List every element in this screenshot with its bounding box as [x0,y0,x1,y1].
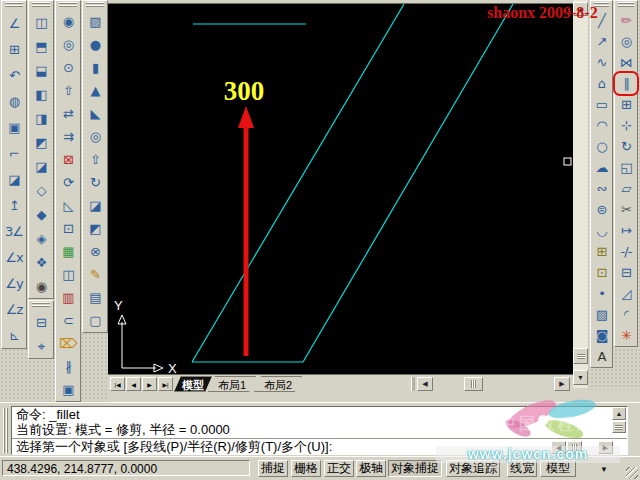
tab-nav-button-2[interactable]: ▶ [142,377,157,391]
apply-ucs-button[interactable]: ⊾ [2,322,26,348]
interfere-button[interactable]: ⊗ [83,240,107,263]
point-button[interactable]: • [591,283,612,304]
extend-button[interactable]: ↦ [615,220,637,241]
taper-faces-button[interactable]: ◺ [56,194,80,217]
rotate-faces-button[interactable]: ⟳ [56,171,80,194]
face-ucs-button[interactable]: ◪ [2,166,26,192]
toolbar-grab-handle[interactable] [29,301,53,310]
hatch-button[interactable]: ▨ [591,304,612,325]
command-window-grip[interactable] [3,408,8,453]
object-ucs-button[interactable]: ▣ [2,114,26,140]
toolbar-grab-handle[interactable] [56,1,80,10]
command-hscroll-left-button[interactable]: ◀ [551,441,566,454]
separate-button[interactable]: ∦ [56,355,80,378]
tab-布局1[interactable]: 布局1 [208,376,256,392]
ucs-previous-button[interactable]: ↶ [2,62,26,88]
camera-button[interactable]: ◉ [29,274,53,298]
multiline-text-button[interactable]: A [591,346,612,367]
intersect-button[interactable]: ⊙ [56,56,80,79]
color-faces-button[interactable]: ▦ [56,240,80,263]
se-isometric-view-button[interactable]: ◆ [29,202,53,226]
command-hscroll-thumb[interactable] [567,441,582,454]
hscroll-right-button[interactable]: ▶ [554,377,570,391]
origin-ucs-button[interactable]: ⌐ [2,140,26,166]
rotate-button[interactable]: ↻ [615,136,637,157]
rectangle-button[interactable]: ▭ [591,94,612,115]
trim-button[interactable]: ✂ [615,199,637,220]
setup-view-button[interactable]: ▢ [83,309,107,332]
offset-button[interactable]: ∥ [615,73,637,94]
copy-edges-button[interactable]: ◫ [56,263,80,286]
break-at-point-button[interactable]: -/- [615,241,637,262]
ucs-button[interactable]: ∠ [2,10,26,36]
setup-drawing-button[interactable]: ✎ [83,263,107,286]
status-toggle-对象捕捉[interactable]: 对象捕捉 [388,460,442,477]
status-toggle-捕捉[interactable]: 捕捉 [258,460,288,477]
arc-button[interactable]: ◠ [591,115,612,136]
circle-button[interactable]: ○ [591,136,612,157]
horizontal-scroll-thumb[interactable] [464,377,483,391]
status-menu-arrow-icon[interactable]: ▼ [600,465,608,474]
left-view-button[interactable]: ◧ [29,82,53,106]
move-faces-button[interactable]: ⇄ [56,102,80,125]
union-button[interactable]: ◉ [56,10,80,33]
toolbar-grab-handle[interactable] [2,1,26,10]
hscroll-left-button[interactable]: ◀ [417,377,433,391]
imprint-button[interactable]: ⊂ [56,309,80,332]
top-view-button[interactable]: ⬒ [29,34,53,58]
vertical-scroll-thumb[interactable] [573,348,588,364]
ellipse-arc-button[interactable]: ◡ [591,220,612,241]
tab-model[interactable]: 模型 [174,376,212,392]
section-button[interactable]: ◩ [83,217,107,240]
copy-button[interactable]: ◎ [615,31,637,52]
status-toggle-极轴[interactable]: 极轴 [356,460,386,477]
status-toggle-栅格[interactable]: 栅格 [291,460,321,477]
explode-button[interactable]: ✳ [615,325,637,346]
clean-button[interactable]: ⌦ [56,332,80,355]
status-toggle-线宽[interactable]: 线宽 [507,460,537,477]
cone-button[interactable]: ▲ [83,79,107,102]
ucs-ii-dialog-button[interactable]: ⊟ [29,310,53,334]
tab-nav-button-0[interactable]: |◀ [110,377,125,391]
status-toggle-正交[interactable]: 正交 [324,460,354,477]
drawing-canvas[interactable]: YX 300 [108,0,573,374]
torus-button[interactable]: ◎ [83,125,107,148]
canvas-vertical-scrollbar[interactable] [573,0,588,388]
stretch-button[interactable]: ▱ [615,178,637,199]
three-point-ucs-button[interactable]: 3∠ [2,218,26,244]
cylinder-button[interactable]: ▮ [83,56,107,79]
revolve-button[interactable]: ↻ [83,171,107,194]
copy-faces-button[interactable]: ⊡ [56,217,80,240]
delete-faces-button[interactable]: ⊠ [56,148,80,171]
status-toggle-对象追踪[interactable]: 对象追踪 [446,460,500,477]
window-resize-grip[interactable] [626,467,638,479]
tab-nav-button-1[interactable]: ◀ [126,377,141,391]
spline-button[interactable]: ∾ [591,178,612,199]
bottom-view-button[interactable]: ⬓ [29,58,53,82]
insert-block-button[interactable]: ⊞ [591,241,612,262]
shell-button[interactable]: ▣ [56,378,80,401]
mirror-button[interactable]: ⋈ [615,52,637,73]
scrollbar-splitter[interactable] [411,377,415,391]
front-view-button[interactable]: ◩ [29,130,53,154]
color-edges-button[interactable]: ▥ [56,286,80,309]
z-axis-rotate-ucs-button[interactable]: ∠z [2,296,26,322]
make-block-button[interactable]: ⊡ [591,262,612,283]
named-views-button[interactable]: ◫ [29,10,53,34]
x-axis-rotate-ucs-button[interactable]: ∠x [2,244,26,270]
right-view-button[interactable]: ◨ [29,106,53,130]
box-button[interactable]: ▧ [83,10,107,33]
back-view-button[interactable]: ◪ [29,154,53,178]
scale-button[interactable]: ◱ [615,157,637,178]
ellipse-button[interactable]: ⊜ [591,199,612,220]
fillet-button[interactable]: ◜ [615,304,637,325]
polyline-button[interactable]: ∿ [591,52,612,73]
scroll-down-button[interactable]: ▼ [573,370,588,385]
coordinate-readout[interactable]: 438.4296, 214.8777, 0.0000 [2,460,250,476]
offset-faces-button[interactable]: ⇉ [56,125,80,148]
sphere-button[interactable]: ● [83,33,107,56]
subtract-button[interactable]: ◎ [56,33,80,56]
region-button[interactable]: ◙ [591,325,612,346]
revision-cloud-button[interactable]: ☁ [591,157,612,178]
command-scroll-thumb[interactable] [612,421,626,433]
